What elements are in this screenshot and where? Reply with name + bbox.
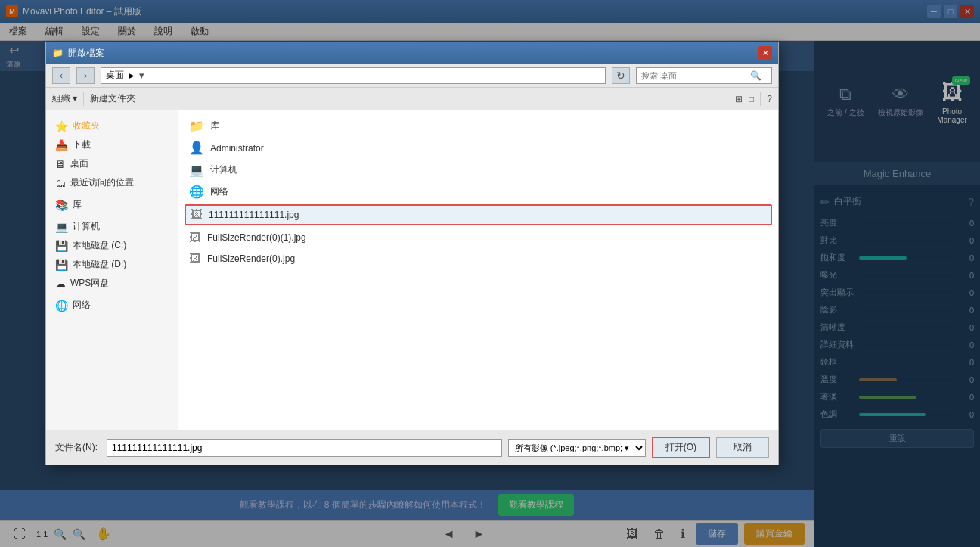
drive-c-icon: 💾	[55, 240, 68, 252]
folder-icon: 📁	[52, 48, 64, 58]
dialog-nav: ‹ › 桌面 ► ▾ ↻ 🔍	[46, 64, 778, 88]
sidebar-item-recent[interactable]: 🗂 最近访问的位置	[46, 173, 178, 192]
wps-icon: ☁	[55, 278, 66, 290]
sidebar-item-favorites[interactable]: ⭐ 收藏夾	[46, 117, 178, 135]
file-item-network[interactable]: 🌐 网络	[185, 182, 772, 201]
drive-d-icon: 💾	[55, 259, 68, 271]
computer-label: 计算机	[73, 220, 100, 233]
file-item-library[interactable]: 📁 库	[185, 117, 772, 135]
image-icon-fullsize1: 🖼	[189, 231, 201, 244]
file-name-administrator: Administrator	[210, 143, 264, 154]
favorites-label: 收藏夾	[73, 120, 100, 132]
view-details-button[interactable]: □	[749, 94, 754, 104]
library-section: 📚 库	[46, 195, 178, 214]
refresh-button[interactable]: ↻	[612, 67, 630, 84]
nav-back-button[interactable]: ‹	[52, 67, 70, 84]
dialog-sidebar: ⭐ 收藏夾 📥 下載 🖥 桌面 🗂 最近访问的位置	[46, 110, 178, 430]
desktop-icon: 🖥	[55, 158, 66, 170]
network-label: 网络	[73, 299, 91, 312]
folder-icon-network: 🌐	[189, 185, 204, 199]
organize-button[interactable]: 組織 ▾	[52, 92, 77, 105]
image-icon-selected: 🖼	[191, 208, 203, 222]
file-item-selected-image[interactable]: 🖼 111111111111111.jpg	[185, 204, 772, 225]
image-icon-fullsize0: 🖼	[189, 252, 201, 266]
library-label: 库	[73, 198, 82, 211]
path-chevron-icon: ►	[127, 70, 136, 81]
dialog-overlay: 📁 開啟檔案 ✕ ‹ › 桌面 ► ▾ ↻ 🔍 組織 ▾ 新建文件夾	[0, 0, 980, 547]
path-dropdown-button[interactable]: ▾	[139, 70, 144, 81]
downloads-label: 下載	[73, 138, 91, 151]
library-icon: 📚	[55, 199, 68, 211]
folder-icon-admin: 👤	[189, 141, 204, 155]
favorites-section: ⭐ 收藏夾 📥 下載 🖥 桌面 🗂 最近访问的位置	[46, 117, 178, 192]
file-name-selected: 111111111111111.jpg	[209, 210, 299, 220]
view-list-button[interactable]: ⊞	[735, 94, 743, 104]
wps-label: WPS网盘	[70, 277, 109, 290]
filetype-select[interactable]: 所有影像 (*.jpeg;*.png;*.bmp; ▾	[508, 439, 646, 457]
dialog-title: 📁 開啟檔案	[52, 47, 104, 60]
path-text: 桌面	[106, 69, 124, 82]
drive-d-label: 本地磁盘 (D:)	[73, 258, 126, 271]
recent-label: 最近访问的位置	[70, 176, 134, 189]
search-button[interactable]: 🔍	[750, 70, 761, 81]
sidebar-item-desktop[interactable]: 🖥 桌面	[46, 154, 178, 173]
folder-icon-library: 📁	[189, 119, 204, 133]
file-name-network: 网络	[210, 185, 228, 198]
dialog-toolbar: 組織 ▾ 新建文件夾 ⊞ □ ?	[46, 88, 778, 110]
filename-input[interactable]	[107, 439, 502, 457]
dialog-content: 📁 库 👤 Administrator 💻 计算机 🌐 网络 🖼	[178, 110, 778, 430]
sidebar-item-computer[interactable]: 💻 计算机	[46, 217, 178, 236]
toolbar-separator-2	[760, 92, 761, 106]
file-name-fullsize0: FullSizeRender(0).jpg	[207, 253, 295, 264]
sidebar-item-downloads[interactable]: 📥 下載	[46, 135, 178, 154]
network-icon: 🌐	[55, 300, 68, 312]
dialog-title-bar: 📁 開啟檔案 ✕	[46, 42, 778, 64]
network-section: 🌐 网络	[46, 296, 178, 315]
file-name-computer: 计算机	[210, 163, 237, 176]
sidebar-item-library[interactable]: 📚 库	[46, 195, 178, 214]
file-name-library: 库	[210, 120, 219, 132]
dialog-body: ⭐ 收藏夾 📥 下載 🖥 桌面 🗂 最近访问的位置	[46, 110, 778, 430]
new-folder-button[interactable]: 新建文件夾	[90, 92, 135, 105]
computer-icon: 💻	[55, 221, 68, 233]
recent-icon: 🗂	[55, 177, 66, 189]
sidebar-item-wps[interactable]: ☁ WPS网盘	[46, 274, 178, 293]
help-button[interactable]: ?	[767, 94, 772, 104]
sidebar-item-drive-d[interactable]: 💾 本地磁盘 (D:)	[46, 255, 178, 274]
drive-c-label: 本地磁盘 (C:)	[73, 239, 126, 252]
file-name-fullsize1: FullSizeRender(0)(1).jpg	[207, 232, 306, 243]
path-bar: 桌面 ► ▾	[101, 67, 606, 84]
cancel-button[interactable]: 取消	[716, 437, 769, 458]
computer-section: 💻 计算机 💾 本地磁盘 (C:) 💾 本地磁盘 (D:) ☁ WPS网盘	[46, 217, 178, 293]
downloads-icon: 📥	[55, 139, 68, 151]
filename-label: 文件名(N):	[55, 441, 101, 454]
desktop-label: 桌面	[70, 157, 88, 170]
sidebar-item-drive-c[interactable]: 💾 本地磁盘 (C:)	[46, 236, 178, 255]
search-bar: 🔍	[636, 67, 772, 84]
toolbar-separator	[83, 92, 84, 106]
sidebar-item-network[interactable]: 🌐 网络	[46, 296, 178, 315]
star-icon: ⭐	[55, 120, 68, 132]
dialog-close-button[interactable]: ✕	[758, 46, 772, 60]
file-item-fullsize-0[interactable]: 🖼 FullSizeRender(0).jpg	[185, 250, 772, 268]
folder-icon-computer: 💻	[189, 163, 204, 177]
nav-forward-button[interactable]: ›	[76, 67, 95, 84]
file-dialog: 📁 開啟檔案 ✕ ‹ › 桌面 ► ▾ ↻ 🔍 組織 ▾ 新建文件夾	[45, 42, 779, 465]
search-input[interactable]	[641, 71, 747, 80]
file-item-administrator[interactable]: 👤 Administrator	[185, 138, 772, 157]
open-button[interactable]: 打开(O)	[652, 437, 710, 458]
file-item-fullsize-1[interactable]: 🖼 FullSizeRender(0)(1).jpg	[185, 228, 772, 247]
dialog-title-text: 開啟檔案	[68, 47, 104, 60]
file-item-computer[interactable]: 💻 计算机	[185, 160, 772, 179]
dialog-footer: 文件名(N): 所有影像 (*.jpeg;*.png;*.bmp; ▾ 打开(O…	[46, 430, 778, 465]
